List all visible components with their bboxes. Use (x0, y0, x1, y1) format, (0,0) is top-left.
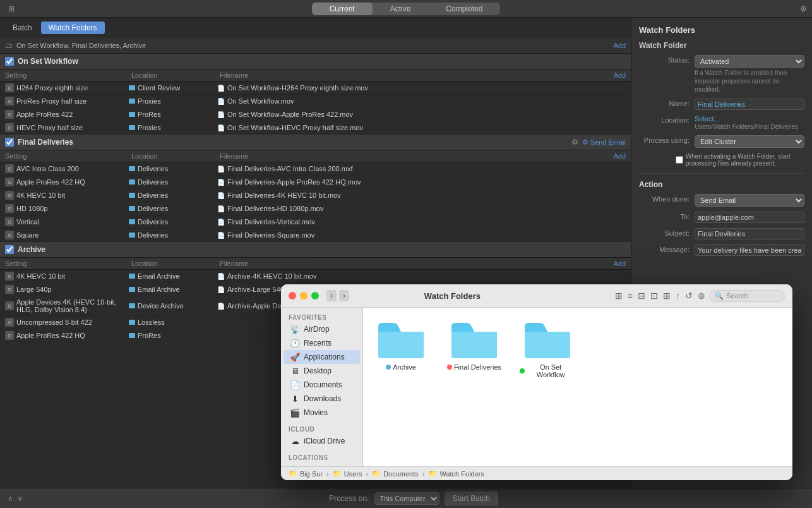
sidebar-item-airdrop[interactable]: 📡 AirDrop (284, 322, 360, 336)
column-view-btn[interactable]: ⊟ (636, 289, 647, 302)
file-icon: 📄 (217, 192, 225, 199)
finder-folder-archive[interactable]: Archive (369, 314, 433, 460)
filename-cell: 📄Final Deliveries-4K HEVC 10 bit.mov (217, 191, 626, 199)
filename-cell: 📄On Set Workflow-H264 Proxy eighth size.… (217, 84, 626, 92)
movies-label: Movies (304, 408, 328, 417)
setting-icon: ⊙ (5, 83, 14, 92)
folder-dot (129, 320, 135, 325)
tab-completed[interactable]: Completed (428, 3, 500, 15)
section-checkbox-final-deliveries[interactable] (5, 138, 14, 147)
filename-cell: 📄Final Deliveries-AVC Intra Class 200.mx… (217, 165, 626, 172)
sidebar-item-icloud[interactable]: ☁ iCloud Drive (284, 434, 360, 448)
icon-view-btn[interactable]: ⊞ (614, 289, 624, 302)
folder-svg-final-deliveries (449, 318, 499, 361)
checkbox-row: When activating a Watch Folder, start pr… (639, 153, 804, 167)
folder-icon: 🗂 (5, 41, 13, 50)
list-view-btn[interactable]: ≡ (626, 289, 634, 302)
sidebar-item-recents[interactable]: 🕐 Recents (284, 336, 360, 350)
subject-input[interactable] (695, 228, 804, 239)
setting-cell: ⊙Apple ProRes 422 (5, 110, 129, 119)
sidebar-item-movies[interactable]: 🎬 Movies (284, 406, 360, 420)
share-btn[interactable]: ↑ (674, 289, 681, 302)
folder-dot (129, 179, 135, 184)
sidebar-toggle[interactable]: ⊞ (5, 3, 18, 15)
location-cell: Deliveries (129, 165, 217, 172)
activate-checkbox[interactable] (676, 156, 683, 164)
bottom-chevron-down[interactable]: ∨ (17, 494, 23, 503)
breadcrumb-item-1: Users (344, 470, 362, 478)
subject-row: Subject: (639, 228, 804, 239)
section-header-final-deliveries: Final Deliveries ⚙ ⚙ Send Email (0, 135, 631, 150)
finder-toolbar-right: ⊞ ≡ ⊟ ⊡ ⊞ ↑ ↺ ⊕ 🔍 Search (614, 289, 785, 302)
name-row: Name: (639, 99, 804, 110)
folder-label-archive: Archive (386, 363, 416, 371)
add-row-btn-0[interactable]: Add (613, 71, 626, 79)
setting-cell: ⊙Apple ProRes 422 HQ (5, 331, 129, 340)
location-cell: Email Archive (129, 272, 217, 280)
setting-cell: ⊙4K HEVC 10 bit (5, 272, 129, 281)
applications-icon: 🚀 (290, 352, 300, 362)
icloud-drive-label: iCloud Drive (304, 437, 345, 445)
breadcrumb-arrow-1: › (366, 470, 368, 478)
status-select[interactable]: Activated Deactivated (695, 55, 804, 68)
table-row: ⊙AVC Intra Class 200 Deliveries 📄Final D… (0, 162, 631, 176)
message-input[interactable] (695, 245, 804, 256)
finder-titlebar: ‹ › Watch Folders ⊞ ≡ ⊟ ⊡ ⊞ ↑ ↺ ⊕ 🔍 Sear… (281, 284, 792, 308)
batch-tab[interactable]: Batch (5, 21, 40, 34)
table-row: ⊙4K HEVC 10 bit Email Archive 📄Archive-4… (0, 270, 631, 283)
sidebar-item-desktop[interactable]: 🖥 Desktop (284, 364, 360, 378)
bottom-left: ∧ ∨ (8, 494, 23, 503)
setting-icon: ⊙ (5, 178, 14, 186)
start-batch-button[interactable]: Start Batch (445, 492, 498, 505)
send-email-button[interactable]: ⚙ Send Email (582, 138, 626, 147)
location-cell: Lossless (129, 318, 217, 326)
finder-folder-on-set-workflow[interactable]: On Set Workflow (516, 314, 579, 460)
tab-current[interactable]: Current (312, 3, 373, 15)
section-title-archive: Archive (18, 245, 626, 254)
table-row: ⊙H264 Proxy eighth size Client Review 📄O… (0, 82, 631, 95)
status-note: If a Watch Folder is enabled then inspec… (695, 69, 804, 94)
sidebar-item-documents[interactable]: 📄 Documents (284, 378, 360, 392)
process-using-select[interactable]: Edit Cluster This Computer (695, 135, 804, 148)
add-row-btn-2[interactable]: Add (613, 260, 626, 267)
settings-icon[interactable]: ⚙ (800, 4, 807, 13)
add-button[interactable]: Add (613, 42, 626, 49)
location-cell: ProRes (129, 111, 217, 118)
when-done-row: When done: Send Email Nothing (639, 194, 804, 207)
action-heading: Action (639, 180, 804, 189)
desktop-label: Desktop (304, 366, 331, 375)
action-btn[interactable]: ↺ (684, 289, 694, 302)
more-btn[interactable]: ⊕ (696, 289, 707, 302)
process-select[interactable]: This Computer (374, 492, 439, 505)
setting-icon: ⊙ (5, 164, 14, 173)
file-icon: 📄 (217, 179, 225, 186)
location-cell: Proxies (129, 97, 217, 105)
sidebar-item-applications[interactable]: 🚀 Applications (284, 350, 360, 364)
file-icon: 📄 (217, 219, 225, 226)
sidebar-item-downloads[interactable]: ⬇ Downloads (284, 392, 360, 406)
group-btn[interactable]: ⊞ (662, 289, 672, 302)
section-checkbox-on-set-workflow[interactable] (5, 57, 14, 66)
section-checkbox-archive[interactable] (5, 245, 14, 254)
watch-folders-tab[interactable]: Watch Folders (41, 21, 105, 34)
mode-tabs: Batch Watch Folders (0, 18, 631, 38)
when-done-select[interactable]: Send Email Nothing (695, 194, 804, 207)
bottom-chevron-up[interactable]: ∧ (8, 494, 13, 503)
watch-folder-heading: Watch Folder (639, 41, 804, 50)
to-value (695, 212, 804, 223)
gallery-view-btn[interactable]: ⊡ (649, 289, 659, 302)
downloads-icon: ⬇ (290, 394, 300, 404)
status-value: Activated Deactivated If a Watch Folder … (695, 55, 804, 94)
file-icon: 📄 (217, 273, 225, 280)
finder-folder-final-deliveries[interactable]: Final Deliveries (443, 314, 506, 460)
tab-active[interactable]: Active (373, 3, 429, 15)
to-input[interactable] (695, 212, 804, 223)
setting-cell: ⊙Large 540p (5, 285, 129, 294)
col-header-1: Setting Location Filename Add (0, 150, 631, 162)
name-input[interactable] (695, 99, 804, 110)
gear-icon[interactable]: ⚙ (571, 138, 578, 147)
add-row-btn-1[interactable]: Add (613, 152, 626, 160)
location-select-text[interactable]: Select... (695, 115, 804, 123)
section-final-deliveries: Final Deliveries ⚙ ⚙ Send Email Setting … (0, 135, 631, 242)
setting-cell: ⊙Uncompressed 8-bit 422 (5, 318, 129, 327)
